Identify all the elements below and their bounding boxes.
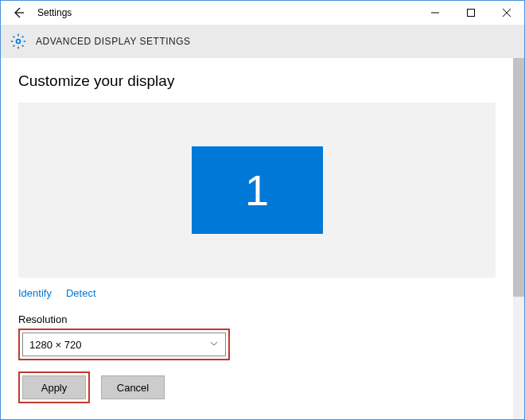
apply-button[interactable]: Apply: [22, 375, 86, 399]
gear-icon: [10, 33, 26, 49]
resolution-value: 1280 × 720: [29, 339, 81, 351]
minimize-icon: [431, 9, 439, 17]
header-band: ADVANCED DISPLAY SETTINGS: [1, 25, 524, 58]
maximize-button[interactable]: [453, 1, 488, 25]
minimize-button[interactable]: [417, 1, 453, 25]
content-area: Customize your display 1 Identify Detect…: [1, 58, 513, 419]
back-button[interactable]: [10, 5, 26, 21]
detect-link[interactable]: Detect: [66, 287, 96, 299]
maximize-icon: [467, 9, 475, 17]
chevron-down-icon: [209, 339, 219, 351]
scrollbar[interactable]: [513, 58, 524, 419]
display-links: Identify Detect: [18, 287, 496, 299]
monitor-number: 1: [245, 165, 269, 215]
window-title: Settings: [37, 7, 72, 18]
monitor-1[interactable]: 1: [192, 146, 323, 234]
cancel-button[interactable]: Cancel: [101, 375, 165, 399]
back-arrow-icon: [12, 6, 25, 19]
header-title: ADVANCED DISPLAY SETTINGS: [36, 36, 191, 47]
resolution-label: Resolution: [18, 313, 496, 325]
window-controls: [417, 1, 524, 25]
resolution-select[interactable]: 1280 × 720: [22, 332, 226, 356]
page-heading: Customize your display: [18, 72, 496, 90]
titlebar: Settings: [1, 1, 524, 25]
close-button[interactable]: [488, 1, 524, 25]
identify-link[interactable]: Identify: [18, 287, 52, 299]
svg-rect-2: [467, 10, 474, 17]
display-preview-panel: 1: [18, 103, 496, 278]
button-row: Apply Cancel: [18, 371, 496, 403]
scrollbar-thumb[interactable]: [513, 58, 524, 297]
resolution-highlight: 1280 × 720: [18, 329, 230, 360]
close-icon: [503, 9, 511, 17]
apply-highlight: Apply: [18, 371, 90, 403]
svg-point-5: [17, 40, 21, 44]
